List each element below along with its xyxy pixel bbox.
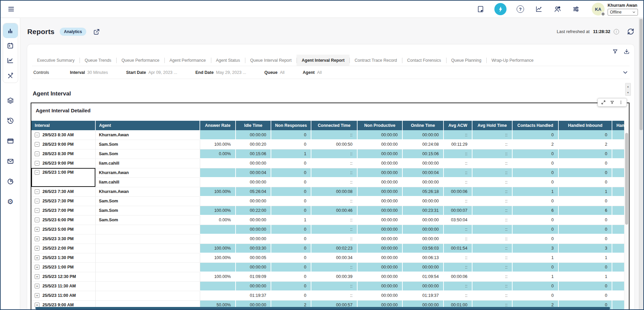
table-vertical-thumb[interactable]	[625, 133, 628, 225]
value-cell[interactable]: 0	[271, 244, 311, 253]
sidebar-item-design[interactable]	[3, 68, 18, 83]
tab-contact-forensics[interactable]: Contact Forensics	[402, 55, 446, 66]
value-cell[interactable]	[612, 140, 624, 149]
value-cell[interactable]	[200, 281, 236, 291]
collapse-icon[interactable]: −	[35, 161, 39, 166]
value-cell[interactable]: 00:00:00	[236, 196, 271, 206]
filter-icon[interactable]	[612, 49, 618, 54]
value-cell[interactable]: 0	[271, 291, 311, 300]
tab-executive-summary[interactable]: Executive Summary	[32, 55, 80, 66]
collapse-icon[interactable]: −	[35, 151, 39, 156]
sidebar-item-mail[interactable]	[3, 154, 18, 169]
value-cell[interactable]: 1	[558, 253, 612, 262]
value-cell[interactable]: ::	[472, 130, 512, 140]
interval-cell[interactable]: +25/5/23 12:30 PM	[31, 272, 95, 281]
value-cell[interactable]	[200, 291, 236, 300]
value-cell[interactable]: 00:00:00	[357, 159, 402, 168]
value-cell[interactable]: 00:00:00	[357, 262, 402, 272]
agent-cell[interactable]: Khurram.Awan	[95, 187, 200, 196]
value-cell[interactable]: ::	[311, 215, 357, 225]
expand-icon[interactable]: +	[35, 246, 39, 251]
analytics-icon[interactable]	[534, 4, 544, 14]
value-cell[interactable]: ::	[443, 130, 472, 140]
page-scrollbar[interactable]	[639, 18, 643, 309]
value-cell[interactable]: 00:02:23	[311, 244, 357, 253]
col-header-interval[interactable]: Interval	[31, 121, 95, 130]
interval-cell[interactable]: −26/5/23 9:00 PM	[31, 159, 95, 168]
value-cell[interactable]: 1	[512, 253, 558, 262]
value-cell[interactable]: ::	[472, 262, 512, 272]
value-cell[interactable]: 0	[558, 262, 612, 272]
value-cell[interactable]: 00:00:00	[357, 253, 402, 262]
value-cell[interactable]: 00:00:08	[311, 187, 357, 196]
value-cell[interactable]	[612, 159, 624, 168]
value-cell[interactable]: 01:19:37	[236, 291, 271, 300]
value-cell[interactable]	[200, 225, 236, 234]
value-cell[interactable]: ::	[472, 206, 512, 215]
value-cell[interactable]	[612, 215, 624, 225]
value-cell[interactable]: ::	[472, 177, 512, 187]
agent-cell[interactable]: liam.cahill	[95, 159, 200, 168]
external-link-icon[interactable]	[93, 29, 100, 35]
filter-interval[interactable]: Interval30 Minutes	[70, 70, 108, 75]
refresh-icon[interactable]	[627, 28, 634, 35]
value-cell[interactable]: 00:00:00	[357, 177, 402, 187]
value-cell[interactable]: 00:00:34	[311, 253, 357, 262]
value-cell[interactable]	[612, 300, 624, 309]
value-cell[interactable]: ::	[472, 244, 512, 253]
col-header-contacts-handled[interactable]: Contacts Handled	[512, 121, 558, 130]
agent-cell[interactable]	[95, 244, 200, 253]
value-cell[interactable]: 100.00%	[200, 187, 236, 196]
collapse-icon[interactable]: −	[35, 142, 39, 147]
value-cell[interactable]: 1	[558, 187, 612, 196]
value-cell[interactable]: 0	[558, 234, 612, 244]
col-header-non-productive[interactable]: Non Productive	[357, 121, 402, 130]
value-cell[interactable]: 00:00:00	[402, 215, 443, 225]
value-cell[interactable]: 100.00%	[200, 206, 236, 215]
value-cell[interactable]: ::	[472, 272, 512, 281]
value-cell[interactable]: 3	[558, 244, 612, 253]
value-cell[interactable]: 3	[512, 244, 558, 253]
value-cell[interactable]: 00:00:05	[236, 253, 271, 262]
value-cell[interactable]: ::	[443, 281, 472, 291]
value-cell[interactable]: 00:00:04	[402, 168, 443, 177]
filter-start-date[interactable]: Start DateApr 09, 2023 ...	[126, 70, 177, 75]
expand-icon[interactable]: +	[35, 236, 39, 241]
collapse-icon[interactable]: −	[35, 189, 39, 194]
value-cell[interactable]: 00:00:00	[357, 244, 402, 253]
tab-contract-trace-record[interactable]: Contract Trace Record	[349, 55, 402, 66]
value-cell[interactable]: 100.00%	[200, 253, 236, 262]
value-cell[interactable]: ::	[472, 196, 512, 206]
col-header-online-time[interactable]: Online Time	[402, 121, 443, 130]
value-cell[interactable]: 0	[271, 196, 311, 206]
value-cell[interactable]	[612, 253, 624, 262]
value-cell[interactable]: 00:00:00	[402, 262, 443, 272]
agent-cell[interactable]	[95, 272, 200, 281]
filter-agent[interactable]: AgentAll	[303, 70, 321, 75]
preferences-icon[interactable]	[571, 4, 581, 14]
value-cell[interactable]: 00:00:00	[357, 130, 402, 140]
value-cell[interactable]: 6	[558, 206, 612, 215]
controls-collapse-icon[interactable]	[622, 69, 628, 75]
col-header-idle-time[interactable]: Idle Time	[236, 121, 271, 130]
value-cell[interactable]: 1	[512, 187, 558, 196]
value-cell[interactable]: ::	[311, 159, 357, 168]
value-cell[interactable]	[612, 272, 624, 281]
value-cell[interactable]: 00:22:00	[236, 206, 271, 215]
sidebar-item-layers[interactable]	[3, 93, 18, 108]
value-cell[interactable]: ::	[311, 168, 357, 177]
expand-icon[interactable]: +	[35, 255, 39, 260]
value-cell[interactable]: 00:00:06	[443, 187, 472, 196]
value-cell[interactable]: 00:00:00	[357, 206, 402, 215]
value-cell[interactable]: ::	[472, 140, 512, 149]
value-cell[interactable]: 00:00:00	[357, 272, 402, 281]
value-cell[interactable]: 00:00:00	[402, 130, 443, 140]
collapse-icon[interactable]: −	[35, 199, 39, 203]
value-cell[interactable]: 0	[271, 253, 311, 262]
value-cell[interactable]: 00:00:00	[402, 177, 443, 187]
value-cell[interactable]: 1	[271, 149, 311, 159]
value-cell[interactable]: 0	[271, 168, 311, 177]
value-cell[interactable]: 00:06:13	[402, 253, 443, 262]
value-cell[interactable]: ::	[443, 149, 472, 159]
value-cell[interactable]: ::	[311, 196, 357, 206]
